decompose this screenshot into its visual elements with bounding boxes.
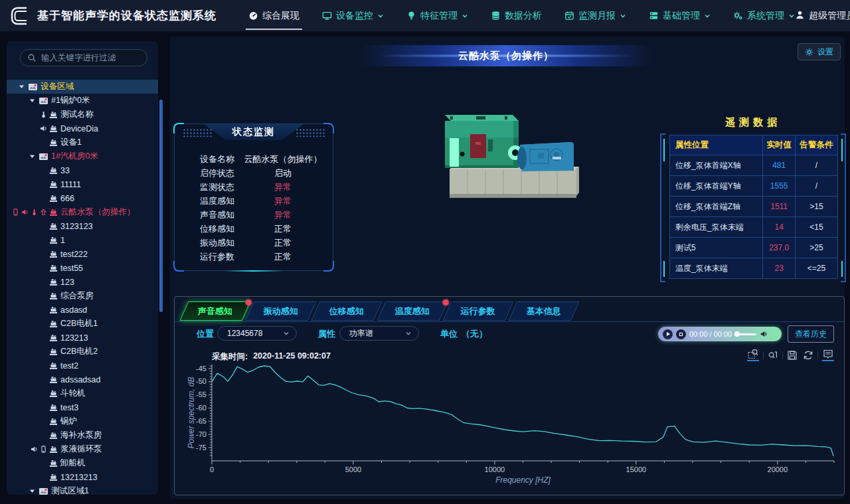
telemetry-condition: >15: [795, 197, 837, 217]
nav-item-数据分析[interactable]: 数据分析: [491, 0, 542, 32]
svg-text:-75: -75: [196, 444, 207, 452]
device-tree: 设备区域#1锅炉0米测试名称DeviceDia设备11#汽机房0米3311111…: [7, 80, 158, 495]
device-icon: [49, 222, 58, 230]
nav-label: 系统管理: [747, 10, 784, 22]
telemetry-table: 属性位置实时值告警条件位移_泵体首端X轴481/位移_泵体首端Y轴1555/位移…: [669, 135, 838, 279]
search-input[interactable]: [41, 53, 148, 62]
tree-item-label: 斗轮机: [60, 388, 86, 399]
tree-item-test222[interactable]: test222: [7, 247, 158, 261]
tree-item-C2B电机1[interactable]: C2B电机1: [7, 317, 158, 331]
device-icon: [49, 403, 58, 412]
nav-item-设备监控[interactable]: 设备监控: [322, 0, 384, 32]
nav-label: 数据分析: [505, 10, 542, 22]
temperature-icon: [31, 209, 38, 216]
volume-icon[interactable]: [760, 330, 768, 338]
nav-item-系统管理[interactable]: 系统管理: [733, 0, 795, 32]
caret-down-icon: [19, 84, 25, 90]
tree-item-测试区域1[interactable]: 测试区域1: [7, 484, 158, 495]
tree-item-3123123[interactable]: 3123123: [7, 219, 158, 233]
stop-button[interactable]: [676, 329, 686, 339]
settings-button[interactable]: 设置: [798, 43, 841, 60]
user-menu[interactable]: 超级管理员: [795, 10, 850, 22]
tree-item-test2[interactable]: test2: [7, 359, 158, 373]
tab-运行参数[interactable]: 运行参数: [443, 301, 514, 321]
tree-item-test3[interactable]: test3: [7, 400, 158, 414]
tree-item-label: 测试名称: [60, 109, 94, 120]
device-icon: [49, 208, 58, 216]
status-value: 启动: [234, 167, 331, 179]
tab-基本信息[interactable]: 基本信息: [509, 301, 580, 321]
tree-item-DeviceDia[interactable]: DeviceDia: [7, 122, 158, 135]
nav-label: 监测月报: [578, 10, 616, 22]
tree-item-test55[interactable]: test55: [7, 261, 158, 275]
svg-text:-45: -45: [196, 365, 207, 373]
tree-item-#1锅炉0米[interactable]: #1锅炉0米: [7, 94, 158, 108]
tab-声音感知[interactable]: 声音感知: [180, 301, 251, 321]
tree-item-label: adssadsad: [60, 375, 100, 384]
view-history-button[interactable]: 查看历史: [788, 325, 834, 343]
play-button[interactable]: [663, 329, 673, 339]
capture-time-value: 2020-11-25 09:02:07: [253, 351, 331, 363]
spectrum-chart[interactable]: 05000100001500020000-45-50-55-60-65-70-7…: [175, 363, 845, 493]
nav-item-特征管理[interactable]: 特征管理: [406, 0, 468, 32]
tree-item-adssadsad[interactable]: adssadsad: [7, 373, 158, 386]
tree-item-设备区域[interactable]: 设备区域: [7, 80, 158, 94]
nav-item-基础管理[interactable]: 基础管理: [649, 0, 711, 32]
svg-text:10000: 10000: [485, 465, 505, 473]
audio-player: 00:00 / 00:00: [658, 327, 782, 341]
tree-item-云酷水泵（勿操作）[interactable]: 云酷水泵（勿操作）: [7, 205, 158, 219]
equipment-3d-model[interactable]: [412, 93, 631, 226]
vibration-icon: [12, 209, 19, 216]
tree-item-13213213[interactable]: 13213213: [7, 470, 158, 484]
save-image-icon[interactable]: [786, 350, 799, 361]
zoom-box-icon[interactable]: [746, 349, 760, 361]
nav-item-综合展现[interactable]: 综合展现: [248, 0, 299, 32]
device-icon: [49, 264, 58, 272]
telemetry-header-row: 属性位置实时值告警条件: [670, 135, 838, 155]
tree-item-综合泵房[interactable]: 综合泵房: [7, 289, 158, 303]
tree-item-123[interactable]: 123: [7, 275, 158, 289]
panel-decor-dots: [296, 128, 325, 137]
temperature-icon: [40, 111, 47, 118]
tree-item-设备1[interactable]: 设备1: [7, 135, 158, 149]
status-row-监测状态: 监测状态异常: [175, 180, 333, 194]
tree-item-1#汽机房0米[interactable]: 1#汽机房0米: [7, 149, 158, 163]
tree-item-锅炉[interactable]: 锅炉: [7, 414, 158, 428]
tree-item-33[interactable]: 33: [7, 163, 158, 177]
player-progress-slider[interactable]: [735, 333, 756, 335]
tree-item-斗轮机[interactable]: 斗轮机: [7, 386, 158, 400]
data-view-icon[interactable]: [821, 349, 835, 361]
tree-search-box: [20, 49, 147, 66]
tree-item-123213[interactable]: 123213: [7, 331, 158, 345]
tree-item-C2B电机2[interactable]: C2B电机2: [7, 345, 158, 359]
tree-item-666[interactable]: 666: [7, 191, 158, 205]
tree-item-label: 666: [60, 194, 74, 203]
tree-item-asdasd[interactable]: asdasd: [7, 303, 158, 317]
nav-item-监测月报[interactable]: 监测月报: [564, 0, 626, 32]
capture-time-label: 采集时间:: [212, 351, 248, 363]
sensor-detail-panel: 声音感知振动感知位移感知温度感知运行参数基本信息 位置 12345678 属性 …: [174, 296, 845, 495]
restore-icon[interactable]: [802, 350, 815, 361]
tree-item-浆液循环泵[interactable]: 浆液循环泵: [7, 442, 158, 456]
svg-text:Frequency [HZ]: Frequency [HZ]: [495, 475, 551, 485]
device-icon: [49, 124, 58, 133]
toolbar-separator: [782, 351, 783, 359]
tree-item-11111[interactable]: 11111: [7, 177, 158, 191]
tree-item-测试名称[interactable]: 测试名称: [7, 108, 158, 122]
unit-label: 单位: [440, 328, 458, 340]
sidebar-scrollbar[interactable]: [159, 100, 163, 312]
tree-item-海补水泵房[interactable]: 海补水泵房: [7, 428, 158, 442]
server-icon: [649, 11, 659, 21]
tab-温度感知[interactable]: 温度感知: [377, 301, 448, 321]
tree-item-1[interactable]: 1: [7, 233, 158, 247]
tab-位移感知[interactable]: 位移感知: [311, 301, 382, 321]
tree-item-卸船机[interactable]: 卸船机: [7, 456, 158, 470]
nav-label: 设备监控: [336, 10, 373, 22]
tab-振动感知[interactable]: 振动感知: [246, 301, 317, 321]
zoom-reset-icon[interactable]: [766, 350, 780, 361]
telemetry-attr: 测试5: [670, 238, 763, 258]
attribute-select[interactable]: 功率谱: [339, 326, 419, 341]
device-icon: [49, 389, 58, 398]
position-select[interactable]: 12345678: [217, 326, 297, 341]
tree-item-label: 33: [60, 166, 70, 175]
